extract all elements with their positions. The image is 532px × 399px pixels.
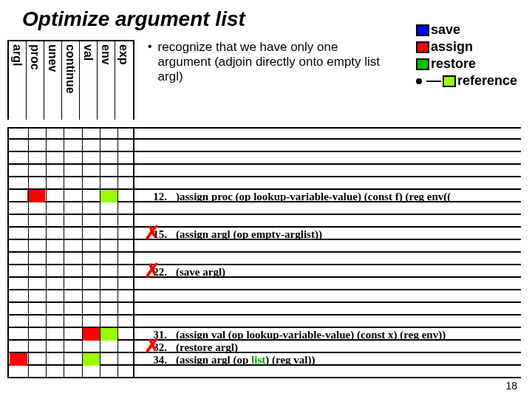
- instruction-15-text: (assign argl (op empty-arglist)): [176, 228, 322, 241]
- legend-save-label: save: [431, 22, 460, 38]
- yellow-box-icon: [443, 75, 456, 87]
- instruction-12: 12. )assign proc (op lookup-variable-val…: [139, 191, 451, 203]
- bullet-icon: •: [148, 40, 152, 84]
- legend-restore-label: restore: [431, 56, 476, 72]
- col-unev: unev: [46, 44, 59, 72]
- bullet-text: recognize that we have only one argument…: [158, 40, 392, 84]
- col-exp: exp: [117, 44, 130, 65]
- cell-val-yellow: [82, 353, 100, 366]
- cross-22: ✗: [144, 261, 160, 280]
- cell-env-yellow2: [100, 328, 117, 341]
- cell-argl-red: [10, 353, 27, 366]
- legend-assign-label: assign: [431, 39, 473, 55]
- cell-val-red: [82, 328, 100, 341]
- instruction-22-text: (save argl): [176, 266, 225, 279]
- col-env: env: [99, 44, 112, 65]
- slide-number: 18: [505, 380, 517, 392]
- legend-reference: reference: [416, 73, 517, 89]
- blue-box-icon: [416, 24, 429, 36]
- instruction-15: 15. (assign argl (op empty-arglist)): [139, 228, 322, 241]
- col-proc: proc: [28, 44, 41, 70]
- legend-assign: assign: [416, 39, 517, 55]
- legend-save: save: [416, 22, 517, 38]
- legend-restore: restore: [416, 56, 517, 72]
- instruction-12-text: )assign proc (op lookup-variable-value) …: [176, 191, 451, 203]
- reference-icon: [416, 78, 441, 84]
- instruction-32-text: (restore argl): [176, 341, 238, 354]
- instruction-34-text: (assign argl (op list) (reg val)): [176, 354, 315, 366]
- col-argl: argl: [10, 44, 24, 66]
- col-continue: continue: [64, 44, 77, 94]
- instruction-34: 34. (assign argl (op list) (reg val)): [139, 354, 315, 366]
- cell-proc-red: [27, 190, 45, 202]
- list-keyword: list: [251, 354, 265, 366]
- register-grid: argl proc unev continue val env exp: [7, 40, 134, 120]
- cross-15: ✗: [144, 223, 160, 242]
- cross-32: ✗: [144, 336, 160, 355]
- cell-env-yellow: [100, 190, 117, 202]
- green-box-icon: [416, 58, 429, 70]
- legend-reference-label: reference: [457, 73, 517, 89]
- legend: save assign restore reference: [416, 22, 517, 90]
- red-box-icon: [416, 41, 429, 53]
- instruction-34-num: 34.: [139, 354, 167, 366]
- col-val: val: [81, 44, 95, 61]
- instruction-12-num: 12.: [139, 191, 167, 203]
- instruction-31-text: (assign val (op lookup-variable-value) (…: [176, 329, 446, 341]
- bullet-point: • recognize that we have only one argume…: [148, 40, 392, 84]
- instruction-31: 31. (assign val (op lookup-variable-valu…: [139, 329, 446, 341]
